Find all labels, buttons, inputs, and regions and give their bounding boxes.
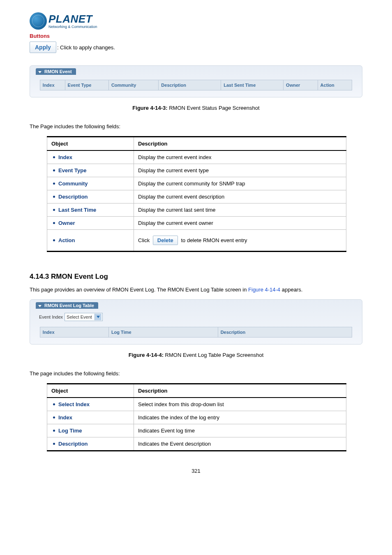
event-index-select[interactable]: Select Event (65, 313, 103, 321)
col-description: Description (159, 80, 221, 90)
obj-desc: Display the current event type (134, 164, 346, 177)
obj-desc-action: Click Delete to delete RMON event entry (134, 230, 346, 252)
rmon-event-panel-legend: RMON Event (36, 68, 76, 75)
obj-desc: Indicates the Event description (134, 437, 346, 451)
table-row: Last Sent Time Display the current last … (47, 204, 346, 217)
table-row: Community Display the current community … (47, 177, 346, 190)
table-row: Owner Display the current event owner (47, 217, 346, 230)
apply-button[interactable]: Apply (30, 42, 56, 53)
page-number: 321 (30, 468, 362, 474)
event-index-label: Event Index (39, 314, 63, 319)
obj-desc: Select index from this drop-down list (134, 398, 346, 411)
col-event-type: Event Type (65, 80, 108, 90)
table-row: Log Time Indicates Event log time (47, 424, 346, 437)
col-description: Description (218, 327, 352, 338)
action-post: to delete RMON event entry (181, 237, 247, 243)
bullet-icon (53, 239, 55, 241)
col-action: Action (318, 80, 352, 90)
obj-desc: Indicates Event log time (134, 424, 346, 437)
chevron-down-icon (95, 314, 101, 320)
obj-name: Select Index (58, 401, 90, 407)
apply-description: : Click to apply changes. (57, 44, 115, 51)
obj-name: Index (58, 154, 72, 160)
obj-name: Action (58, 237, 75, 243)
figure-label-1: Figure 4-14-3: (132, 105, 167, 111)
table-row: Description Indicates the Event descript… (47, 437, 346, 451)
bullet-icon (53, 169, 55, 171)
intro-post: appears. (280, 287, 302, 293)
logo: PLANET Networking & Communication (30, 12, 362, 30)
intro-pre: This page provides an overview of RMON E… (30, 287, 248, 293)
table-row: Action Click Delete to delete RMON event… (47, 230, 346, 252)
section-heading-event-log: 4.14.3 RMON Event Log (30, 273, 362, 281)
figure-text-1: RMON Event Status Page Screenshot (169, 105, 259, 111)
delete-button[interactable]: Delete (153, 236, 178, 245)
figure-caption-1: Figure 4-14-3: RMON Event Status Page Sc… (30, 105, 362, 111)
rmon-event-log-panel-legend: RMON Event Log Table (36, 302, 98, 309)
bullet-icon (53, 430, 55, 432)
bullet-icon (53, 403, 55, 405)
logo-sub-text: Networking & Communication (48, 25, 97, 29)
intro-line-1: The Page includes the following fields: (30, 123, 362, 130)
rmon-event-panel: RMON Event Index Event Type Community De… (30, 65, 362, 97)
buttons-heading: Buttons (30, 33, 362, 39)
obj-desc: Display the current event description (134, 190, 346, 204)
obj-name: Community (58, 180, 88, 187)
obj-desc: Display the current event index (134, 150, 346, 164)
figure-link[interactable]: Figure 4-14-4 (248, 287, 280, 293)
desc-header: Description (134, 137, 346, 151)
table-row: Select Index Select index from this drop… (47, 398, 346, 411)
obj-name: Index (58, 414, 72, 421)
desc-header: Description (134, 384, 346, 398)
obj-name: Event Type (58, 167, 86, 173)
table-row: Description Display the current event de… (47, 190, 346, 204)
table-row: Index Indicates the index of the log ent… (47, 411, 346, 424)
action-pre: Click (138, 237, 150, 243)
figure-label-2: Figure 4-14-4: (129, 352, 164, 358)
col-community: Community (108, 80, 158, 90)
rmon-event-log-panel: RMON Event Log Table Event Index Select … (30, 299, 362, 345)
obj-name: Last Sent Time (58, 207, 96, 213)
bullet-icon (53, 196, 55, 198)
logo-globe-icon (30, 12, 47, 30)
figure-caption-2: Figure 4-14-4: RMON Event Log Table Page… (30, 352, 362, 358)
chevron-down-icon (38, 305, 42, 307)
table-row: Event Type Display the current event typ… (47, 164, 346, 177)
col-index: Index (40, 80, 65, 90)
obj-header: Object (47, 137, 134, 151)
section2-intro: This page provides an overview of RMON E… (30, 287, 362, 293)
bullet-icon (53, 222, 55, 224)
figure-text-2: RMON Event Log Table Page Screenshot (165, 352, 264, 358)
obj-desc: Display the current last sent time (134, 204, 346, 217)
bullet-icon (53, 156, 55, 158)
panel-legend-text: RMON Event (44, 69, 72, 74)
obj-name: Description (58, 441, 88, 447)
bullet-icon (53, 183, 55, 185)
panel-legend-text: RMON Event Log Table (44, 303, 94, 308)
rmon-event-table: Index Event Type Community Description L… (40, 80, 352, 90)
obj-name: Owner (58, 220, 75, 226)
col-log-time: Log Time (108, 327, 218, 338)
col-owner: Owner (284, 80, 318, 90)
obj-header: Object (47, 384, 134, 398)
chevron-down-icon (38, 71, 42, 73)
obj-name: Log Time (58, 428, 82, 434)
col-index: Index (40, 327, 108, 338)
obj-desc: Indicates the index of the log entry (134, 411, 346, 424)
bullet-icon (53, 416, 55, 419)
select-value: Select Event (66, 314, 95, 319)
col-last-sent-time: Last Sent Time (221, 80, 284, 90)
obj-name: Description (58, 194, 88, 200)
logo-main-text: PLANET (48, 14, 97, 24)
object-table-1: Object Description Index Display the cur… (47, 136, 346, 252)
object-table-2: Object Description Select Index Select i… (47, 383, 346, 451)
obj-desc: Display the current event owner (134, 217, 346, 230)
rmon-event-log-table: Index Log Time Description (40, 327, 352, 338)
intro-line-2: The page includes the following fields: (30, 370, 362, 377)
table-row: Index Display the current event index (47, 150, 346, 164)
bullet-icon (53, 443, 55, 445)
bullet-icon (53, 209, 55, 211)
obj-desc: Display the current community for SNMP t… (134, 177, 346, 190)
